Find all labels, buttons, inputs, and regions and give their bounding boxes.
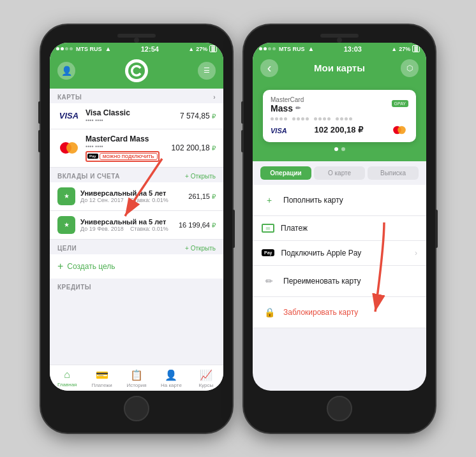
tab-operations[interactable]: Операции [260, 166, 311, 180]
deposit-icon-2: ★ [57, 216, 75, 234]
signal-dot-2 [61, 47, 64, 50]
battery-icon-1: ▓ [209, 45, 217, 52]
apple-pay-badge: Pay [87, 154, 98, 159]
visa-card-amount: 7 574,85 ₽ [180, 112, 216, 120]
share-icon[interactable]: ⬡ [401, 59, 419, 77]
phone-2-screen: MTS RUS ▲ 13:03 ▲ 27% ▓ ‹ Мои карты [253, 43, 426, 391]
add-money-icon: + [262, 192, 277, 208]
visa-card-info: Visa Classic •••• •••• [86, 108, 175, 124]
deposit-item-2[interactable]: ★ Универсальный на 5 лет До 19 Фев. 2018… [50, 211, 223, 240]
visa-card-dots: •••• •••• [86, 117, 175, 124]
status-bar-2: MTS RUS ▲ 13:03 ▲ 27% ▓ [253, 43, 426, 55]
map-icon: 👤 [165, 369, 177, 381]
mc-circle-orange [66, 142, 78, 154]
sber-logo-svg [128, 62, 145, 80]
signal-dot-7 [268, 47, 271, 50]
nav-home-label: Главная [57, 382, 77, 388]
carrier-2: MTS RUS [279, 46, 305, 52]
signal-dot-8 [272, 47, 276, 50]
time-2: 13:03 [344, 45, 362, 53]
main-container: MTS RUS ▲ 12:54 ▲ 27% ▓ 👤 [28, 12, 448, 446]
nav-payments-label: Платежи [91, 382, 112, 388]
time-1: 12:54 [141, 45, 159, 53]
tab-card-info[interactable]: О карте [314, 166, 365, 180]
visa-logo: VISA [57, 109, 80, 123]
edit-icon[interactable]: ✏ [295, 105, 301, 112]
scroll-content-1: КАРТЫ › VISA Visa Classic •••• •••• [50, 89, 223, 365]
credits-title: КРЕДИТЫ [57, 284, 91, 291]
home-button-2[interactable] [327, 396, 352, 421]
dot-group-4 [336, 117, 352, 120]
dot-group-1 [271, 117, 287, 120]
home-icon: ⌂ [64, 369, 70, 381]
nav-home[interactable]: ⌂ Главная [50, 369, 84, 388]
carrier-1: MTS RUS [76, 46, 102, 52]
card-dots-nav [263, 147, 416, 151]
card-type-info: MasterCard Mass ✏ [271, 96, 304, 113]
phone-1-screen: MTS RUS ▲ 12:54 ▲ 27% ▓ 👤 [50, 43, 223, 391]
mastercard-name: MasterCard Mass [86, 134, 167, 143]
signal-dot-5 [259, 47, 262, 50]
history-icon: 📋 [130, 369, 143, 381]
vol-down-button-1 [38, 130, 41, 152]
nav-rates[interactable]: 📈 Курсы [189, 369, 223, 388]
deposit-date-1: До 12 Сен. 2017 Ставка: 0.01% [80, 197, 183, 203]
action-rename[interactable]: ✏ Переименовать карту [253, 266, 426, 297]
deposit-date-2: До 19 Фев. 2018 Ставка: 0.01% [80, 226, 174, 232]
deposit-name-2: Универсальный на 5 лет [80, 218, 174, 226]
payment-label: Платеж [281, 224, 417, 233]
action-add-money[interactable]: + Пополнить карту [253, 185, 426, 216]
nav-map-label: На карте [161, 382, 182, 388]
deposit-info-1: Универсальный на 5 лет До 12 Сен. 2017 С… [80, 189, 183, 203]
apple-pay-label: Подключить Apple Pay [281, 249, 408, 258]
card-balance: 102 200,18 ₽ [315, 125, 364, 134]
payments-icon: 💳 [96, 369, 108, 381]
status-right-2: ▲ 27% ▓ [391, 45, 420, 52]
plus-icon: + [57, 261, 63, 272]
actions-list: + Пополнить карту ═ Платеж Pay Подключит… [253, 185, 426, 328]
nav-history[interactable]: 📋 История [119, 369, 154, 388]
phone-camera-2 [337, 38, 342, 43]
deposits-action[interactable]: + Открыть [185, 173, 216, 180]
create-goal-button[interactable]: + Создать цель [50, 254, 223, 279]
profile-icon-1[interactable]: 👤 [57, 62, 75, 80]
mc-logo-card [393, 126, 406, 134]
mastercard-logo [57, 141, 80, 155]
apple-pay-red-box[interactable]: Pay МОЖНО ПОДКЛЮЧИТЬ [86, 151, 160, 162]
action-block[interactable]: 🔒 Заблокировать карту [253, 297, 426, 328]
wifi-icon-2: ▲ [308, 45, 315, 52]
phone-camera-1 [134, 38, 139, 43]
vol-up-button-2 [241, 101, 244, 124]
nav-history-label: История [127, 382, 147, 388]
deposits-section-header: ВКЛАДЫ И СЧЕТА + Открыть [50, 168, 223, 182]
signal-dot-6 [264, 47, 267, 50]
chevron-right-icon: › [415, 249, 417, 258]
mastercard-dots: •••• •••• [86, 143, 167, 150]
goals-action[interactable]: + Открыть [185, 245, 216, 252]
power-button-1 [232, 210, 235, 248]
visa-card-item[interactable]: VISA Visa Classic •••• •••• 7 574,85 ₽ [50, 103, 223, 129]
action-apple-pay[interactable]: Pay Подключить Apple Pay › [253, 241, 426, 266]
block-label: Заблокировать карту [283, 308, 417, 317]
tab-statement[interactable]: Выписка [368, 166, 419, 180]
battery-2: 27% [399, 46, 410, 52]
app-header-1: 👤 ☰ [50, 55, 223, 89]
card-display: MasterCard Mass ✏ GPAY [253, 83, 426, 161]
back-button[interactable]: ‹ [260, 59, 278, 77]
mastercard-item[interactable]: MasterCard Mass •••• •••• Pay МОЖНО ПОДК… [50, 129, 223, 168]
menu-icon-1[interactable]: ☰ [198, 62, 216, 80]
phone-2-wrapper: MTS RUS ▲ 13:03 ▲ 27% ▓ ‹ Мои карты [244, 25, 435, 433]
card-visual: MasterCard Mass ✏ GPAY [263, 90, 416, 142]
nav-map[interactable]: 👤 На карте [154, 369, 188, 388]
phone-1-wrapper: MTS RUS ▲ 12:54 ▲ 27% ▓ 👤 [41, 25, 232, 433]
nav-payments[interactable]: 💳 Платежи [84, 369, 119, 388]
status-left-2: MTS RUS ▲ [259, 45, 314, 52]
credits-section-header: КРЕДИТЫ [50, 279, 223, 293]
location-icon-2: ▲ [391, 46, 397, 52]
action-payment[interactable]: ═ Платеж [253, 216, 426, 241]
apple-pay-area: Pay МОЖНО ПОДКЛЮЧИТЬ [86, 151, 167, 162]
deposit-item-1[interactable]: ★ Универсальный на 5 лет До 12 Сен. 2017… [50, 182, 223, 211]
can-connect-button[interactable]: МОЖНО ПОДКЛЮЧИТЬ [100, 153, 158, 160]
home-button-1[interactable] [124, 396, 149, 421]
deposit-info-2: Универсальный на 5 лет До 19 Фев. 2018 С… [80, 218, 174, 232]
